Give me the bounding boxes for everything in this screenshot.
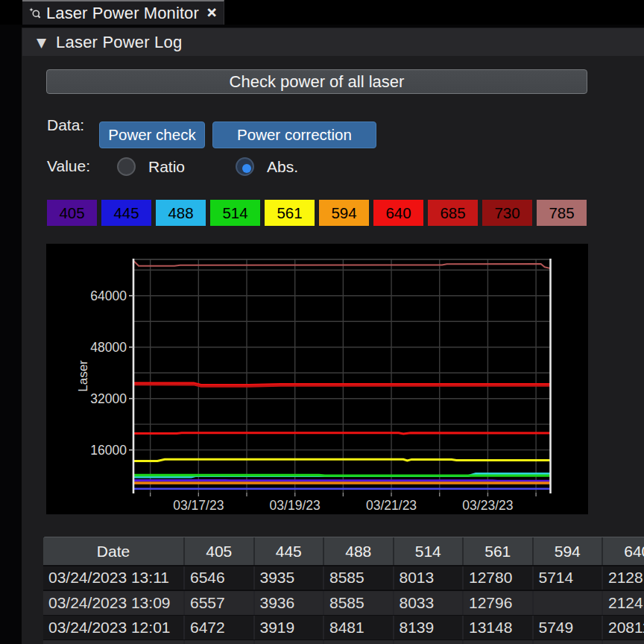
table-cell-488: 8481	[324, 616, 394, 640]
table-cell-514: 8033	[394, 591, 464, 615]
table-row-0[interactable]: 03/24/2023 13:11654639358585801312780571…	[43, 566, 644, 590]
table-cell-594: 5714	[534, 566, 604, 590]
wavelength-swatch-514[interactable]: 514	[210, 200, 260, 226]
radio-abs-label: Abs.	[267, 158, 298, 176]
wavelength-swatch-405[interactable]: 405	[47, 200, 97, 226]
table-cell-405	[185, 640, 255, 644]
table-cell-405: 6546	[185, 566, 255, 590]
table-cell-561: 12780	[464, 566, 534, 590]
wavelength-swatch-685[interactable]: 685	[428, 200, 478, 226]
table-header-cell-514: 514	[394, 537, 464, 565]
series-line-730	[133, 385, 551, 387]
radio-abs-dot	[242, 164, 251, 173]
table-cell-date	[43, 640, 185, 644]
section-title: Laser Power Log	[56, 33, 182, 52]
table-cell-date: 03/24/2023 13:11	[43, 566, 185, 590]
table-cell-405: 6557	[185, 591, 255, 615]
y-tick-label: 32000	[90, 391, 127, 406]
y-tick-label: 64000	[90, 288, 127, 303]
wavelength-swatch-594[interactable]: 594	[319, 200, 369, 226]
table-header-row: Date405445488514561594640	[43, 537, 644, 565]
tab-close-icon[interactable]: ✕	[206, 7, 217, 19]
series-line-405	[133, 480, 551, 481]
power-check-button[interactable]: Power check	[99, 121, 205, 148]
section-header-laser-power-log[interactable]: ▼ Laser Power Log	[22, 28, 644, 56]
x-tick-label: 03/17/23	[173, 498, 224, 513]
wavelength-swatch-785[interactable]: 785	[537, 200, 587, 226]
value-label: Value:	[47, 157, 90, 175]
radio-ratio[interactable]: Ratio	[117, 157, 185, 176]
table-row-2[interactable]: 03/24/2023 12:01647239198481813913148574…	[43, 616, 644, 640]
tab-bar: Laser Power Monitor ✕	[0, 0, 644, 25]
table-body: 03/24/2023 13:11654639358585801312780571…	[43, 566, 644, 644]
table-cell-640: 21241	[603, 591, 644, 615]
table-cell-594: 5749	[534, 616, 604, 640]
table-cell-date: 03/24/2023 12:01	[43, 616, 185, 640]
table-cell-445	[255, 640, 325, 644]
table-header-cell-405: 405	[185, 537, 255, 565]
wavelength-swatch-488[interactable]: 488	[156, 200, 206, 226]
collapse-triangle-icon[interactable]: ▼	[37, 35, 46, 50]
table-cell-594	[534, 591, 604, 615]
wavelength-swatch-730[interactable]: 730	[482, 200, 532, 226]
table-header-cell-445: 445	[255, 537, 325, 565]
table-cell-514	[394, 640, 464, 644]
series-line-561	[133, 459, 551, 461]
magnifier-sparkle-icon	[29, 7, 41, 19]
table-cell-488: 8585	[324, 591, 394, 615]
radio-ratio-label: Ratio	[148, 158, 185, 176]
series-line-514	[133, 476, 551, 476]
series-line-640	[133, 433, 551, 434]
table-cell-405: 6472	[185, 616, 255, 640]
table-cell-445: 3936	[255, 591, 325, 615]
y-axis-title: Laser	[76, 360, 90, 392]
table-cell-640: 20811	[603, 616, 644, 640]
x-tick-label: 03/23/23	[462, 498, 513, 513]
table-cell-445: 3935	[255, 566, 325, 590]
laser-power-monitor-window: Laser Power Monitor ✕ ▼ Laser Power Log …	[0, 0, 644, 644]
wavelength-swatch-561[interactable]: 561	[265, 200, 315, 226]
table-cell-561: 12796	[464, 591, 534, 615]
table-row-1[interactable]: 03/24/2023 13:09655739368585803312796212…	[43, 591, 644, 615]
table-cell-488	[324, 640, 394, 644]
table-cell-445: 3919	[255, 616, 325, 640]
wavelength-swatch-640[interactable]: 640	[373, 200, 423, 226]
table-row-3[interactable]	[43, 640, 644, 644]
data-label: Data:	[47, 116, 84, 134]
table-cell-514: 8013	[394, 566, 464, 590]
x-tick-label: 03/19/23	[270, 498, 321, 513]
table-cell-640	[603, 640, 644, 644]
table-cell-561	[464, 640, 534, 644]
radio-ratio-circle[interactable]	[117, 157, 136, 176]
table-cell-594	[534, 640, 604, 644]
wavelength-swatch-row: 405445488514561594640685730785	[47, 200, 587, 226]
table-cell-561: 13148	[464, 616, 534, 640]
table-cell-date: 03/24/2023 13:09	[43, 591, 185, 615]
table-cell-640: 21281	[603, 566, 644, 590]
power-correction-button[interactable]: Power correction	[212, 121, 376, 148]
power-log-table: Date405445488514561594640 03/24/2023 13:…	[43, 537, 644, 644]
laser-power-chart: 1600032000480006400003/17/2303/19/2303/2…	[46, 244, 588, 514]
table-header-cell-594: 594	[534, 537, 604, 565]
x-tick-label: 03/21/23	[366, 498, 417, 513]
radio-abs-circle[interactable]	[236, 157, 254, 176]
table-header-cell-488: 488	[324, 537, 394, 565]
radio-abs[interactable]: Abs.	[236, 157, 298, 176]
table-header-cell-561: 561	[464, 537, 534, 565]
y-tick-label: 16000	[90, 443, 127, 458]
table-header-cell-Date: Date	[43, 537, 185, 565]
table-cell-514: 8139	[394, 616, 464, 640]
table-header-cell-640: 640	[603, 537, 644, 565]
tab-title: Laser Power Monitor	[46, 4, 199, 23]
check-power-of-all-laser-button[interactable]: Check power of all laser	[46, 69, 587, 94]
wavelength-swatch-445[interactable]: 445	[101, 200, 151, 226]
table-cell-488: 8585	[324, 566, 394, 590]
tab-laser-power-monitor[interactable]: Laser Power Monitor ✕	[22, 0, 224, 25]
y-tick-label: 48000	[90, 340, 127, 355]
